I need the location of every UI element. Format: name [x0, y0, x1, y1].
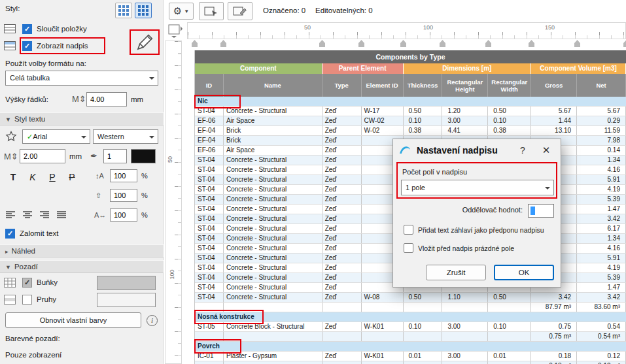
cell[interactable]: 0.10 [404, 116, 443, 125]
cell[interactable]: Concrete - Structural [224, 283, 322, 292]
cell[interactable]: 0.54 [577, 322, 626, 331]
cell[interactable]: 1.47 [577, 205, 626, 214]
column-header[interactable]: Net [577, 74, 626, 97]
cell[interactable]: 1.34 [577, 234, 626, 243]
cell[interactable]: Plaster - Gypsum [224, 352, 322, 361]
column-header[interactable]: Element ID [362, 74, 404, 97]
cell[interactable]: 0.50 [404, 107, 443, 116]
cell[interactable]: Zeď [322, 116, 362, 125]
cell[interactable]: 3.42 [531, 293, 577, 302]
group-row[interactable]: Nosná konstrukce [195, 312, 626, 322]
cancel-button[interactable]: Zrušit [426, 265, 486, 280]
cell[interactable]: W-K01 [362, 322, 404, 331]
font-size-input[interactable] [20, 149, 65, 163]
stripes-checkbox[interactable] [22, 295, 32, 305]
dialog-titlebar[interactable]: Nastavení nadpisu ? ✕ [393, 139, 561, 161]
column-marker[interactable] [440, 40, 445, 47]
column-marker[interactable] [220, 40, 226, 47]
cell[interactable]: 3.42 [577, 214, 626, 223]
cell[interactable]: 1.44 [531, 116, 577, 125]
grid-view-selected-icon[interactable] [135, 3, 152, 18]
cell[interactable]: 5.67 [577, 107, 626, 116]
cell[interactable]: Concrete - Structural [224, 293, 322, 302]
align-left-icon[interactable] [5, 210, 16, 220]
cell[interactable]: 0.50 [488, 293, 531, 302]
column-marker[interactable] [574, 40, 580, 47]
column-marker[interactable] [485, 40, 491, 47]
cell[interactable]: Zeď [322, 146, 362, 155]
field-count-dropdown[interactable]: 1 pole [401, 180, 554, 195]
preview-section-header[interactable]: ▸Náhled [0, 244, 164, 257]
cell[interactable]: 7.98 [577, 136, 626, 145]
bold-button[interactable]: T [5, 170, 21, 184]
cell[interactable]: Zeď [322, 244, 362, 253]
cell[interactable]: 1.34 [577, 156, 626, 165]
cell[interactable]: 13.10 [531, 126, 577, 135]
cell[interactable]: Concrete - Structural [224, 273, 322, 282]
cell[interactable]: Zeď [322, 234, 362, 243]
line-spacing-input[interactable] [110, 169, 137, 182]
column-header[interactable]: Thickness [404, 74, 443, 97]
cell[interactable]: W-K01 [362, 352, 404, 361]
separator-input[interactable] [528, 204, 554, 218]
cell[interactable]: 0.01 [404, 352, 443, 361]
cell[interactable]: Zeď [322, 205, 362, 214]
cell[interactable]: Zeď [322, 195, 362, 204]
cell[interactable]: 11.59 [577, 126, 626, 135]
cell[interactable]: 4.19 [577, 263, 626, 273]
cell[interactable]: ST-04 [195, 273, 224, 282]
cell[interactable]: EF-06 [195, 116, 224, 125]
font-color-swatch[interactable] [131, 149, 156, 163]
cell[interactable]: 5.39 [577, 273, 626, 282]
column-marker[interactable] [192, 40, 198, 47]
cell[interactable]: Concrete - Structural [224, 195, 322, 204]
cell[interactable]: 0.18 [531, 352, 577, 361]
cell[interactable]: 0.38 [404, 126, 443, 135]
cell[interactable]: 1.10 [442, 293, 488, 302]
cell[interactable]: Concrete - Structural [224, 254, 322, 263]
cell[interactable]: 4.19 [577, 185, 626, 194]
font-script-dropdown[interactable]: Western [93, 129, 158, 144]
cell[interactable]: 3.00 [442, 322, 488, 331]
cell[interactable]: Air Space [224, 116, 322, 125]
table-row[interactable]: ST-04Concrete - StructuralZeďW-170.501.2… [195, 107, 626, 116]
column-marker[interactable] [400, 40, 406, 47]
cell[interactable]: W-02 [362, 126, 404, 135]
cell[interactable]: Brick [224, 136, 322, 145]
column-marker[interactable] [358, 40, 364, 47]
cell[interactable]: 0.14 [577, 146, 626, 155]
vertical-ruler[interactable]: 50 100 [165, 41, 182, 364]
cell[interactable]: 5.67 [531, 107, 577, 116]
cell[interactable]: Zeď [322, 136, 362, 145]
select-in-plan-button[interactable] [199, 2, 224, 20]
table-row[interactable]: ST-05Concrete Block - StructuralZeďW-K01… [195, 322, 626, 332]
italic-button[interactable]: K [25, 170, 41, 184]
cell[interactable]: 5.91 [577, 254, 626, 263]
cell[interactable]: 0.50 [488, 107, 531, 116]
cell[interactable]: 0.50 [404, 293, 443, 302]
cell[interactable]: Zeď [322, 254, 362, 263]
cell[interactable]: Zeď [322, 165, 362, 174]
cell[interactable]: Zeď [322, 352, 362, 361]
stripes-color-swatch[interactable] [97, 293, 156, 307]
cell[interactable]: CW-02 [362, 116, 404, 125]
cell[interactable]: EF-04 [195, 126, 224, 135]
cell[interactable]: Concrete - Structural [224, 165, 322, 174]
cell[interactable]: 0.01 [488, 352, 531, 361]
cell[interactable]: 0.10 [404, 322, 443, 331]
cell[interactable]: IC-01 [195, 352, 224, 361]
cell[interactable]: Zeď [322, 322, 362, 331]
column-group-header[interactable]: Parent Element [322, 63, 404, 74]
underline-button[interactable]: P [44, 170, 60, 184]
column-marker[interactable] [623, 40, 626, 47]
cell[interactable]: 0.10 [488, 322, 531, 331]
cell[interactable]: 4.41 [442, 126, 488, 135]
cell[interactable]: ST-04 [195, 283, 224, 292]
cell[interactable]: 0.38 [488, 126, 531, 135]
cell[interactable]: ST-04 [195, 205, 224, 214]
cell[interactable]: ST-04 [195, 224, 224, 233]
align-justify-icon[interactable] [56, 210, 67, 220]
ok-button[interactable]: OK [494, 265, 554, 280]
cell[interactable]: Zeď [322, 273, 362, 282]
table-row[interactable]: IC-01Plaster - GypsumZeďW-K010.013.000.0… [195, 352, 626, 361]
